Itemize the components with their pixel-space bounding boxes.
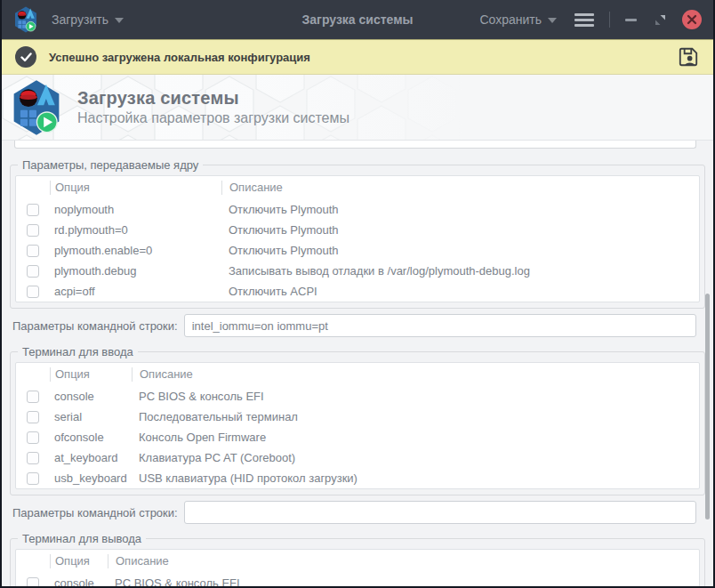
column-header-option: Опция	[50, 181, 221, 195]
option-value: console	[50, 390, 132, 403]
option-value: at_keyboard	[50, 451, 132, 464]
row-checkbox[interactable]	[27, 286, 39, 298]
content-area: Параметры, передаваемые ядру Опция Описа…	[2, 141, 713, 586]
cmdline-row: Параметры командной строки:	[12, 314, 696, 337]
chevron-down-icon	[548, 18, 557, 23]
kernel-cmdline-input[interactable]	[184, 314, 696, 337]
section-input-terminal: Терминал для ввода Опция Описание consol…	[10, 345, 705, 495]
table-header-row: Опция Описание	[16, 363, 699, 386]
option-description: Записывать вывод отладки в /var/log/plym…	[221, 264, 699, 278]
row-checkbox[interactable]	[27, 265, 39, 278]
chevron-down-icon	[115, 18, 124, 23]
kernel-options-table: Опция Описание noplymouth Отключить Plym…	[15, 175, 700, 302]
vertical-scrollbar-thumb[interactable]	[705, 294, 710, 520]
load-menu-button[interactable]: Загрузить	[52, 12, 124, 27]
save-menu-button[interactable]: Сохранить	[479, 12, 557, 27]
minimize-button[interactable]	[625, 19, 637, 21]
table-header-row: Опция Описание	[16, 550, 699, 573]
notification-bar: Успешно загружена локальная конфигурация	[2, 39, 713, 75]
section-legend: Терминал для ввода	[18, 345, 138, 358]
row-checkbox[interactable]	[27, 204, 39, 216]
table-row[interactable]: plymouth.debug Записывать вывод отладки …	[16, 261, 699, 281]
column-header-option: Опция	[50, 554, 108, 568]
restore-icon	[655, 14, 666, 26]
close-button[interactable]	[682, 10, 702, 29]
row-checkbox[interactable]	[27, 431, 39, 444]
option-value: acpi=off	[50, 285, 221, 298]
column-header-description: Описание	[221, 181, 699, 195]
row-checkbox[interactable]	[27, 472, 39, 485]
option-value: plymouth.enable=0	[50, 244, 221, 257]
row-checkbox[interactable]	[27, 245, 39, 257]
titlebar-controls: Сохранить	[479, 10, 702, 29]
restore-button[interactable]	[655, 14, 666, 26]
cmdline-label: Параметры командной строки:	[12, 506, 178, 520]
scrolled-table-fragment	[14, 141, 696, 149]
output-terminal-table: Опция Описание console PC BIOS & консоль…	[15, 549, 700, 586]
option-value: serial	[50, 410, 132, 423]
option-description: Последовательный терминал	[132, 410, 699, 423]
option-value: rd.plymouth=0	[50, 223, 221, 237]
input-terminal-cmdline-input[interactable]	[184, 501, 696, 524]
option-value: console	[50, 576, 108, 586]
option-description: Отключить Plymouth	[221, 244, 699, 257]
column-header-option: Опция	[50, 367, 132, 382]
table-row[interactable]: usb_keyboard USB клавиатура (HID протоко…	[16, 468, 699, 488]
row-checkbox[interactable]	[27, 452, 39, 464]
option-value: noplymouth	[50, 203, 221, 216]
window-title: Загрузка системы	[302, 12, 414, 27]
table-row[interactable]: acpi=off Отключить ACPI	[16, 281, 699, 302]
row-checkbox[interactable]	[27, 224, 39, 237]
titlebar: Загрузить Загрузка системы Сохранить	[2, 0, 713, 39]
option-description: PC BIOS & консоль EFI	[108, 576, 699, 586]
table-row[interactable]: noplymouth Отключить Plymouth	[16, 199, 699, 220]
notification-message: Успешно загружена локальная конфигурация	[49, 51, 310, 64]
table-row[interactable]: rd.plymouth=0 Отключить Plymouth	[16, 220, 699, 240]
option-description: Отключить Plymouth	[221, 223, 699, 237]
page-subtitle: Настройка параметров загрузки системы	[77, 110, 349, 126]
option-description: Отключить ACPI	[221, 285, 699, 298]
close-icon	[682, 10, 702, 29]
app-window: Загрузить Загрузка системы Сохранить	[0, 0, 715, 588]
option-description: Клавиатура PC AT (Coreboot)	[132, 451, 699, 464]
option-description: Консоль Open Firmware	[132, 431, 699, 444]
floppy-disk-user-icon[interactable]	[677, 45, 700, 68]
table-row[interactable]: console PC BIOS & консоль EFI	[16, 386, 699, 407]
row-checkbox[interactable]	[27, 577, 39, 587]
page-header: Загрузка системы Настройка параметров за…	[2, 75, 713, 141]
section-legend: Параметры, передаваемые ядру	[18, 158, 203, 172]
option-value: usb_keyboard	[50, 471, 132, 485]
input-terminal-table: Опция Описание console PC BIOS & консоль…	[15, 362, 700, 489]
row-checkbox[interactable]	[27, 411, 39, 423]
table-row[interactable]: plymouth.enable=0 Отключить Plymouth	[16, 240, 699, 261]
table-header-row: Опция Описание	[16, 176, 699, 199]
cmdline-label: Параметры командной строки:	[12, 319, 178, 333]
option-value: plymouth.debug	[50, 264, 221, 278]
section-kernel-params: Параметры, передаваемые ядру Опция Описа…	[10, 158, 705, 309]
section-legend: Терминал для вывода	[18, 532, 146, 545]
titlebar-divider	[609, 12, 610, 28]
row-checkbox[interactable]	[27, 391, 39, 403]
option-description: PC BIOS & консоль EFI	[132, 390, 699, 403]
table-row[interactable]: console PC BIOS & консоль EFI	[16, 573, 699, 586]
table-row[interactable]: serial Последовательный терминал	[16, 407, 699, 427]
app-logo-icon	[13, 6, 38, 33]
table-row[interactable]: ofconsole Консоль Open Firmware	[16, 427, 699, 447]
section-output-terminal: Терминал для вывода Опция Описание conso…	[10, 532, 705, 586]
success-check-icon	[15, 46, 36, 68]
column-header-description: Описание	[108, 554, 699, 568]
column-header-description: Описание	[132, 367, 699, 382]
option-description: USB клавиатура (HID протокол загрузки)	[132, 471, 699, 485]
cmdline-row: Параметры командной строки:	[12, 501, 696, 524]
module-logo-icon	[11, 79, 62, 136]
option-description: Отключить Plymouth	[221, 203, 699, 216]
page-title: Загрузка системы	[77, 88, 349, 109]
option-value: ofconsole	[50, 431, 132, 444]
load-menu-label: Загрузить	[52, 12, 108, 27]
save-menu-label: Сохранить	[479, 12, 542, 27]
table-row[interactable]: at_keyboard Клавиатура PC AT (Coreboot)	[16, 447, 699, 468]
hamburger-menu-icon[interactable]	[574, 13, 594, 27]
